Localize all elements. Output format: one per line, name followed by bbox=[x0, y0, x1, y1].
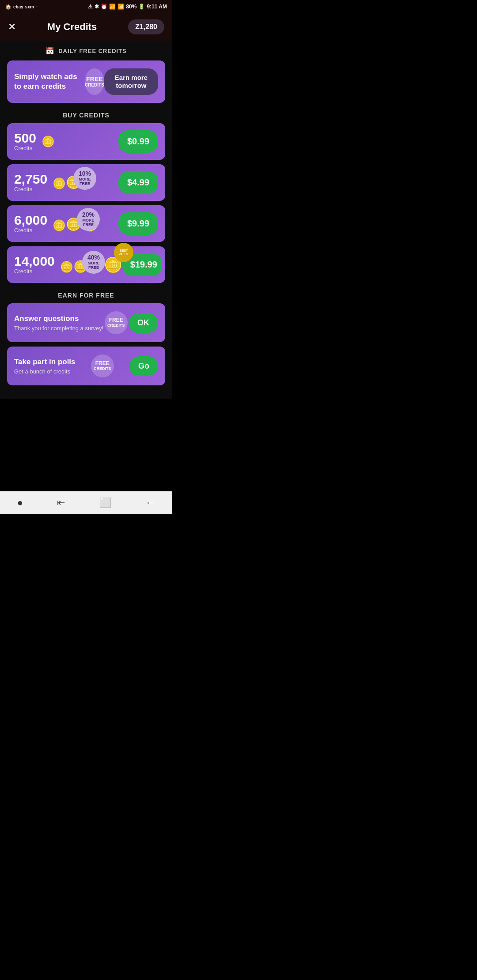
credit-package-14000: 14,000 Credits 🪙 🪙 🪙 🪙 40% MORE FREE BES… bbox=[7, 246, 165, 283]
package-amount-500: 500 bbox=[14, 132, 36, 145]
main-content: 📅 DAILY FREE CREDITS Simply watch ads to… bbox=[0, 41, 172, 399]
earn-surveys-free-line2: CREDITS bbox=[107, 324, 125, 328]
credits-balance-badge: Z1,280 bbox=[128, 19, 164, 34]
coin-icon-14000a: 🪙 bbox=[60, 262, 73, 272]
package-info-500: 500 Credits bbox=[14, 132, 36, 151]
earn-more-button[interactable]: Earn more tomorrow bbox=[104, 68, 158, 95]
package-label-14000: Credits bbox=[14, 268, 55, 275]
package-label-6000: Credits bbox=[14, 227, 47, 234]
package-info-6000: 6,000 Credits bbox=[14, 214, 47, 234]
earn-section-label: EARN FOR FREE bbox=[7, 292, 165, 299]
price-button-6000[interactable]: $9.99 bbox=[118, 212, 158, 235]
bottom-space bbox=[0, 399, 172, 487]
earn-card-polls: Take part in polls Get a bunch of credit… bbox=[7, 347, 165, 385]
nav-recent-button[interactable]: ⬜ bbox=[99, 497, 111, 509]
package-amount-14000: 14,000 bbox=[14, 255, 55, 268]
bonus-free-2750: FREE bbox=[80, 182, 90, 186]
free-badge-line1: FREE bbox=[86, 76, 102, 83]
earn-polls-free-badge: FREE CREDITS bbox=[91, 354, 114, 377]
wifi-icon: 📶 bbox=[109, 4, 116, 10]
nav-forward-button[interactable]: ← bbox=[145, 497, 155, 509]
signal-icon: 📶 bbox=[117, 4, 124, 10]
sxm-icon: sxm bbox=[25, 4, 34, 9]
earn-card-polls-text: Take part in polls Get a bunch of credit… bbox=[14, 358, 76, 375]
package-amount-2750: 2,750 bbox=[14, 173, 47, 186]
home-icon: 🏠 bbox=[5, 4, 11, 10]
earn-polls-free-line1: FREE bbox=[95, 361, 110, 366]
bonus-badge-2750: 10% MORE FREE bbox=[73, 167, 96, 190]
bonus-percent-14000: 40% bbox=[87, 254, 100, 261]
price-button-500[interactable]: $0.99 bbox=[118, 130, 158, 153]
earn-surveys-free-line1: FREE bbox=[109, 317, 123, 323]
best-value-badge: BEST VALUE bbox=[114, 243, 133, 262]
daily-section-label: DAILY FREE CREDITS bbox=[58, 48, 127, 54]
earn-polls-button[interactable]: Go bbox=[129, 356, 158, 376]
page-title: My Credits bbox=[47, 21, 97, 33]
battery-icon: 🔋 bbox=[138, 4, 145, 10]
best-value-line1: BEST bbox=[120, 249, 128, 253]
status-left: 🏠 ebay sxm ··· bbox=[5, 4, 40, 10]
daily-free-badge: FREE CREDITS bbox=[85, 68, 104, 95]
earn-polls-title: Take part in polls bbox=[14, 358, 76, 366]
bonus-badge-6000: 20% MORE FREE bbox=[77, 208, 100, 231]
daily-section-header: 📅 DAILY FREE CREDITS bbox=[7, 47, 165, 55]
status-right: ⚠ ✱ ⏰ 📶 📶 80% 🔋 9:11 AM bbox=[88, 4, 167, 10]
earn-polls-free-line2: CREDITS bbox=[94, 367, 111, 371]
nav-back-button[interactable]: ⇤ bbox=[57, 497, 65, 509]
package-info-14000: 14,000 Credits bbox=[14, 255, 55, 275]
package-left-14000: 14,000 Credits 🪙 🪙 🪙 🪙 bbox=[14, 255, 122, 275]
package-label-500: Credits bbox=[14, 145, 36, 151]
earn-surveys-subtitle: Thank you for completing a survey! bbox=[14, 325, 103, 332]
bonus-free-6000: FREE bbox=[83, 223, 94, 227]
earn-card-surveys: Answer questions Thank you for completin… bbox=[7, 303, 165, 342]
coin-icon-500: 🪙 bbox=[42, 136, 55, 147]
best-value-line2: VALUE bbox=[118, 253, 129, 256]
nav-bar: ● ⇤ ⬜ ← bbox=[0, 491, 172, 514]
coins-500: 🪙 bbox=[42, 136, 55, 147]
bonus-badge-14000: 40% MORE FREE bbox=[82, 251, 105, 274]
battery-percent: 80% bbox=[126, 4, 136, 10]
credits-balance-value: Z1,280 bbox=[135, 23, 157, 31]
credit-package-2750: 2,750 Credits 🪙 🪙 10% MORE FREE $4.99 bbox=[7, 164, 165, 201]
bonus-percent-6000: 20% bbox=[82, 211, 95, 218]
free-badge-line2: CREDITS bbox=[85, 83, 104, 87]
calendar-icon: 📅 bbox=[45, 47, 55, 55]
credit-package-500: 500 Credits 🪙 $0.99 bbox=[7, 123, 165, 160]
earn-surveys-button[interactable]: OK bbox=[129, 313, 158, 333]
price-button-2750[interactable]: $4.99 bbox=[118, 171, 158, 194]
ebay-icon: ebay bbox=[13, 4, 23, 9]
package-info-2750: 2,750 Credits bbox=[14, 173, 47, 192]
earn-card-surveys-text: Answer questions Thank you for completin… bbox=[14, 314, 103, 332]
earn-polls-subtitle: Get a bunch of credits bbox=[14, 368, 76, 375]
bluetooth-icon: ✱ bbox=[95, 4, 99, 10]
package-left-500: 500 Credits 🪙 bbox=[14, 132, 55, 151]
coin-icon-6000: 🪙 bbox=[53, 220, 66, 231]
earn-section: EARN FOR FREE Answer questions Thank you… bbox=[7, 292, 165, 385]
coin-icon-2750: 🪙 bbox=[53, 178, 66, 189]
package-left-2750: 2,750 Credits 🪙 🪙 bbox=[14, 173, 81, 192]
package-label-2750: Credits bbox=[14, 186, 47, 192]
earn-surveys-title: Answer questions bbox=[14, 314, 103, 323]
header: ✕ My Credits Z1,280 bbox=[0, 13, 172, 41]
close-button[interactable]: ✕ bbox=[8, 21, 16, 33]
time: 9:11 AM bbox=[147, 4, 167, 10]
bonus-free-14000: FREE bbox=[88, 266, 99, 270]
alarm-icon: ⏰ bbox=[101, 4, 107, 10]
daily-banner-text: Simply watch ads to earn credits bbox=[14, 72, 85, 91]
buy-section-label: BUY CREDITS bbox=[7, 112, 165, 119]
alert-icon: ⚠ bbox=[88, 4, 93, 10]
daily-banner: Simply watch ads to earn credits FREE CR… bbox=[7, 60, 165, 103]
earn-surveys-free-badge: FREE CREDITS bbox=[105, 311, 128, 334]
nav-home-button[interactable]: ● bbox=[17, 497, 23, 509]
bonus-percent-2750: 10% bbox=[79, 170, 91, 177]
package-amount-6000: 6,000 bbox=[14, 214, 47, 227]
status-bar: 🏠 ebay sxm ··· ⚠ ✱ ⏰ 📶 📶 80% 🔋 9:11 AM bbox=[0, 0, 172, 13]
dots-icon: ··· bbox=[36, 4, 40, 9]
credit-package-6000: 6,000 Credits 🪙 🪙 🪙 20% MORE FREE $9.99 bbox=[7, 205, 165, 242]
